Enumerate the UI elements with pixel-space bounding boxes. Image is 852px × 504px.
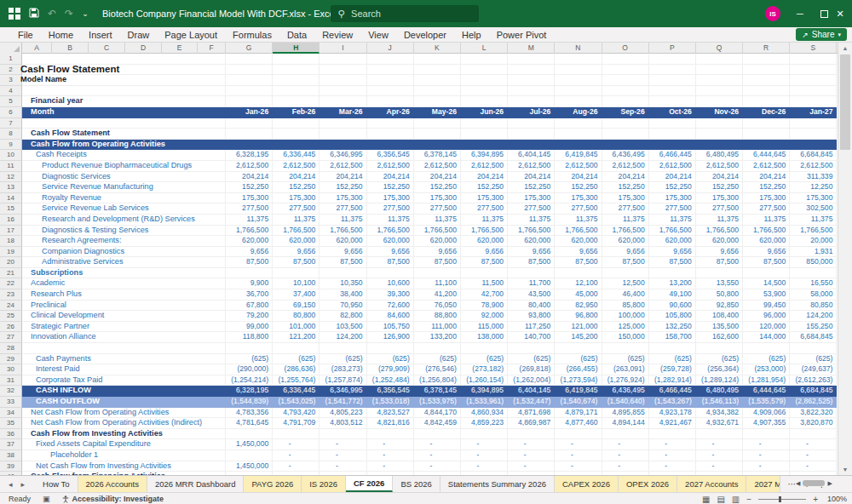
cell[interactable] [743, 96, 790, 106]
cell[interactable]: - [414, 439, 461, 450]
minimize-button[interactable]: ─ [788, 0, 812, 27]
cell[interactable]: 87,500 [461, 257, 508, 267]
cell[interactable]: 152,250 [414, 182, 461, 192]
column-header-R[interactable]: R [743, 43, 790, 54]
cell[interactable]: 133,200 [414, 332, 461, 342]
row-header-37[interactable]: 37 [0, 439, 22, 450]
vertical-scrollbar[interactable]: ▲ ▼ [838, 43, 852, 475]
cell[interactable]: 175,300 [273, 193, 320, 203]
cell[interactable] [602, 429, 649, 439]
zoom-in-icon[interactable]: + [813, 495, 818, 504]
menu-item-view[interactable]: View [360, 30, 396, 40]
cell[interactable]: - [555, 461, 602, 472]
cell[interactable] [790, 65, 837, 75]
row-label-cell[interactable]: Financial year [22, 96, 226, 107]
row-header-29[interactable]: 29 [0, 354, 22, 365]
cell[interactable]: (625) [320, 354, 366, 364]
cell[interactable]: (625) [273, 354, 320, 364]
cell[interactable]: 277,500 [226, 203, 273, 214]
cell[interactable]: 302,500 [790, 203, 837, 214]
cell[interactable] [508, 268, 555, 278]
cell[interactable] [414, 86, 461, 96]
cell[interactable]: 175,300 [790, 193, 837, 203]
cell[interactable]: 78,900 [461, 301, 508, 311]
cell[interactable]: 80,400 [508, 301, 555, 311]
cell[interactable]: 175,300 [461, 193, 508, 203]
undo-icon[interactable]: ↶ [48, 8, 56, 20]
cell[interactable] [696, 343, 743, 353]
cell[interactable]: 9,656 [649, 247, 696, 257]
row-label-cell[interactable]: Cash Payments [22, 354, 226, 365]
cell[interactable] [273, 75, 320, 85]
cell[interactable]: 6,480,495 [696, 150, 743, 160]
cell[interactable]: 4,791,709 [273, 418, 320, 428]
cell[interactable]: - [649, 450, 696, 461]
row-header-22[interactable]: 22 [0, 278, 22, 289]
cell[interactable]: (625) [414, 354, 461, 364]
cell[interactable]: 6,436,495 [602, 150, 649, 160]
cell[interactable]: 152,250 [273, 182, 320, 192]
cell[interactable]: 152,250 [696, 182, 743, 192]
column-header-P[interactable]: P [649, 43, 696, 54]
menu-item-formulas[interactable]: Formulas [225, 30, 279, 40]
cell[interactable] [320, 86, 366, 96]
cell[interactable]: Jan-26 [226, 107, 273, 117]
row-header-6[interactable]: 6 [0, 107, 22, 118]
cell[interactable]: 175,300 [226, 193, 273, 203]
row-label-cell[interactable] [22, 118, 226, 129]
cell[interactable] [696, 86, 743, 96]
cell[interactable] [414, 343, 461, 353]
cell[interactable]: 204,214 [508, 172, 555, 182]
cell[interactable] [320, 343, 366, 353]
cell[interactable]: 277,500 [508, 203, 555, 214]
normal-view-icon[interactable]: ▦ [702, 495, 710, 504]
cell[interactable]: 620,000 [649, 236, 696, 246]
cell[interactable]: 277,500 [367, 203, 414, 214]
cell[interactable] [226, 450, 273, 461]
cell[interactable]: 158,700 [649, 332, 696, 342]
cell[interactable] [226, 96, 273, 106]
cell[interactable]: 10,350 [320, 278, 366, 289]
cell[interactable]: 152,250 [320, 182, 366, 192]
cell[interactable]: 12,100 [555, 278, 602, 289]
cell[interactable]: 6,419,845 [555, 386, 602, 396]
cell[interactable]: 175,300 [508, 193, 555, 203]
cell[interactable]: 175,300 [743, 193, 790, 203]
cell[interactable]: (2,612,263) [790, 375, 837, 386]
row-header-11[interactable]: 11 [0, 161, 22, 172]
save-icon[interactable] [29, 8, 39, 20]
cell[interactable] [461, 343, 508, 353]
row-header-34[interactable]: 34 [0, 408, 22, 419]
cell[interactable]: 16,550 [790, 278, 837, 289]
cell[interactable] [461, 118, 508, 129]
cell[interactable]: 11,375 [696, 215, 743, 225]
cell[interactable]: 13,200 [649, 278, 696, 289]
cell[interactable]: 1,766,500 [649, 226, 696, 236]
cell[interactable]: 82,800 [320, 311, 366, 321]
column-header-S[interactable]: S [790, 43, 837, 54]
cell[interactable]: 11,375 [649, 215, 696, 225]
cell[interactable] [226, 118, 273, 129]
cell[interactable] [602, 96, 649, 106]
cell[interactable] [226, 75, 273, 85]
cell[interactable] [273, 96, 320, 106]
cell[interactable]: 4,821,816 [367, 418, 414, 428]
cell[interactable]: (1,262,004) [508, 375, 555, 386]
cell[interactable] [696, 75, 743, 85]
cell[interactable]: 11,375 [790, 215, 837, 225]
row-label-cell[interactable]: Cash Flow Statement [22, 65, 226, 76]
cell[interactable]: (1,255,764) [273, 375, 320, 386]
cell[interactable]: 49,100 [649, 289, 696, 300]
cell[interactable] [508, 54, 555, 64]
row-label-cell[interactable]: Strategic Partner [22, 322, 226, 333]
cell[interactable]: 11,375 [273, 215, 320, 225]
cell[interactable]: 9,656 [555, 247, 602, 257]
cell[interactable]: 6,328,195 [226, 150, 273, 160]
row-label-cell[interactable]: Administrative Services [22, 257, 226, 268]
row-header-4[interactable]: 4 [0, 86, 22, 97]
cell[interactable] [226, 65, 273, 75]
cell[interactable]: 105,800 [649, 311, 696, 321]
cell[interactable]: 72,600 [367, 301, 414, 311]
cell[interactable]: 1,766,500 [555, 226, 602, 236]
cell[interactable] [743, 343, 790, 353]
